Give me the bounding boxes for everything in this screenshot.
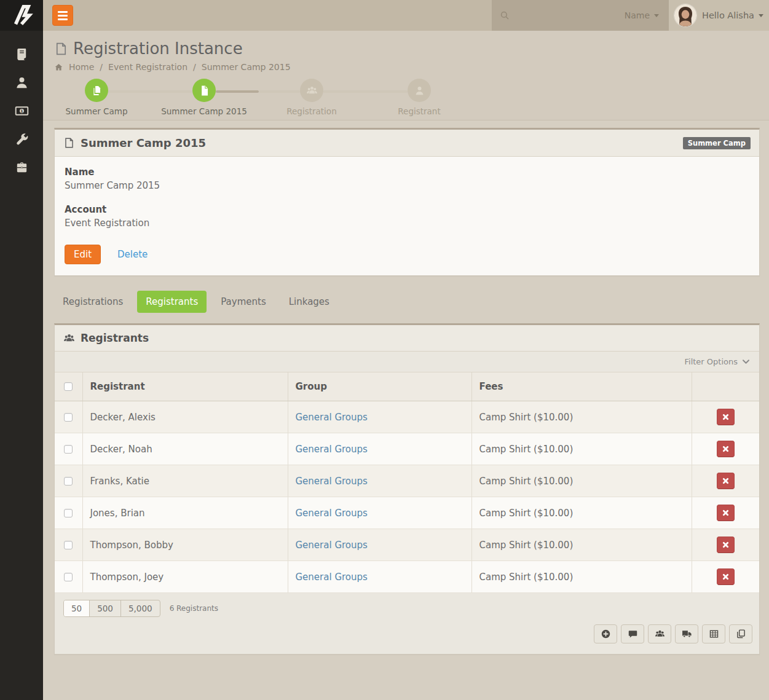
merge-template-button[interactable] — [729, 624, 752, 643]
wizard-step-template[interactable]: Summer Camp — [44, 77, 149, 116]
table-row[interactable]: Franks, Katie General Groups Camp Shirt … — [55, 465, 759, 497]
delete-row-button[interactable] — [717, 441, 735, 457]
row-checkbox[interactable] — [64, 541, 73, 549]
panel-title: Summer Camp 2015 — [81, 136, 206, 149]
add-icon — [601, 629, 611, 639]
table-row[interactable]: Thompson, Bobby General Groups Camp Shir… — [55, 529, 759, 561]
breadcrumb-event-registration[interactable]: Event Registration — [108, 62, 187, 72]
registrants-table: Registrant Group Fees Decker, Alexis Gen… — [55, 372, 759, 593]
bulk-update-button[interactable] — [675, 624, 698, 643]
fees-cell: Camp Shirt ($10.00) — [471, 465, 692, 497]
x-icon — [722, 446, 729, 452]
search-icon — [499, 10, 510, 21]
select-all-checkbox[interactable] — [64, 382, 73, 391]
wizard-step-registrant: Registrant — [367, 77, 471, 116]
file-icon — [199, 85, 210, 96]
registrant-name: Decker, Noah — [82, 433, 288, 465]
search-scope-dropdown[interactable]: Name — [625, 10, 661, 20]
greeting-text: Hello Alisha — [702, 10, 754, 20]
avatar — [674, 4, 696, 26]
delete-row-button[interactable] — [717, 409, 735, 425]
export-grid-button[interactable] — [702, 624, 725, 643]
x-icon — [722, 509, 729, 516]
rock-logo[interactable] — [0, 0, 43, 31]
svg-text:1: 1 — [20, 108, 23, 112]
x-icon — [722, 478, 729, 484]
user-icon — [414, 85, 425, 96]
tab-registrants[interactable]: Registrants — [137, 291, 207, 313]
row-checkbox[interactable] — [64, 509, 73, 517]
registrant-name: Decker, Alexis — [82, 401, 288, 433]
group-link[interactable]: General Groups — [296, 444, 368, 455]
sidebar-nav: 1 — [0, 31, 43, 188]
tab-linkages[interactable]: Linkages — [280, 291, 338, 313]
row-checkbox[interactable] — [64, 477, 73, 486]
breadcrumb-home[interactable]: Home — [69, 62, 94, 72]
grid-filter-bar: Filter Options — [55, 352, 759, 372]
hamburger-icon — [58, 11, 68, 13]
table-row[interactable]: Decker, Noah General Groups Camp Shirt (… — [55, 433, 759, 465]
registrant-name: Thompson, Joey — [82, 561, 288, 593]
registrants-panel-heading: Registrants — [55, 325, 759, 352]
wizard-step-instance[interactable]: Summer Camp 2015 — [152, 77, 256, 116]
row-checkbox[interactable] — [64, 445, 73, 454]
menu-toggle-button[interactable] — [52, 5, 73, 26]
file-icon — [54, 42, 68, 56]
registrant-name: Thompson, Bobby — [82, 529, 288, 561]
x-icon — [722, 414, 729, 420]
files-icon — [91, 85, 103, 96]
group-link[interactable]: General Groups — [296, 508, 368, 519]
page-size-50[interactable]: 50 — [64, 600, 90, 616]
merge-people-button[interactable] — [648, 624, 671, 643]
filter-options-toggle[interactable]: Filter Options — [685, 357, 738, 366]
rock-logo-icon — [10, 4, 33, 27]
add-button[interactable] — [594, 624, 617, 643]
table-header-row: Registrant Group Fees — [55, 372, 759, 401]
communicate-button[interactable] — [621, 624, 644, 643]
fees-cell: Camp Shirt ($10.00) — [471, 529, 692, 561]
delete-link[interactable]: Delete — [117, 249, 148, 260]
group-link[interactable]: General Groups — [296, 476, 368, 487]
registrant-name: Franks, Katie — [82, 465, 288, 497]
tab-registrations[interactable]: Registrations — [54, 291, 132, 313]
sidebar-item-admin[interactable] — [0, 160, 43, 175]
sidebar-item-people[interactable] — [0, 75, 43, 90]
group-link[interactable]: General Groups — [296, 572, 368, 583]
sidebar-item-tools[interactable] — [0, 132, 43, 146]
fees-cell: Camp Shirt ($10.00) — [471, 497, 692, 529]
x-icon — [722, 541, 729, 548]
row-count-label: 6 Registrants — [170, 604, 218, 613]
column-registrant[interactable]: Registrant — [82, 372, 288, 401]
edit-button[interactable]: Edit — [65, 245, 101, 264]
breadcrumb-separator: / — [100, 62, 103, 72]
left-sidebar: 1 — [0, 0, 43, 700]
user-menu[interactable]: Hello Alisha — [669, 0, 769, 31]
delete-row-button[interactable] — [717, 537, 735, 553]
delete-row-button[interactable] — [717, 505, 735, 521]
column-group[interactable]: Group — [288, 372, 471, 401]
column-fees[interactable]: Fees — [471, 372, 692, 401]
chevron-down-icon[interactable] — [741, 357, 751, 366]
briefcase-icon — [15, 160, 29, 175]
row-checkbox[interactable] — [64, 573, 73, 581]
page-size-500[interactable]: 500 — [90, 600, 121, 616]
delete-row-button[interactable] — [717, 568, 735, 585]
row-checkbox[interactable] — [64, 413, 73, 422]
table-row[interactable]: Thompson, Joey General Groups Camp Shirt… — [55, 561, 759, 593]
file-icon — [63, 137, 75, 149]
group-link[interactable]: General Groups — [296, 540, 368, 551]
sidebar-item-finance[interactable]: 1 — [0, 103, 43, 118]
delete-row-button[interactable] — [717, 473, 735, 489]
table-row[interactable]: Jones, Brian General Groups Camp Shirt (… — [55, 497, 759, 529]
caret-down-icon — [654, 14, 659, 17]
table-row[interactable]: Decker, Alexis General Groups Camp Shirt… — [55, 401, 759, 433]
column-actions — [692, 372, 759, 401]
tab-payments[interactable]: Payments — [212, 291, 274, 313]
global-search-input[interactable] — [510, 10, 625, 20]
communicate-icon — [628, 629, 638, 639]
grid-actions — [55, 620, 759, 654]
page-size-5000[interactable]: 5,000 — [121, 600, 160, 616]
group-link[interactable]: General Groups — [296, 412, 368, 423]
sidebar-item-intranet[interactable] — [0, 47, 43, 61]
merge-template-icon — [736, 629, 746, 639]
